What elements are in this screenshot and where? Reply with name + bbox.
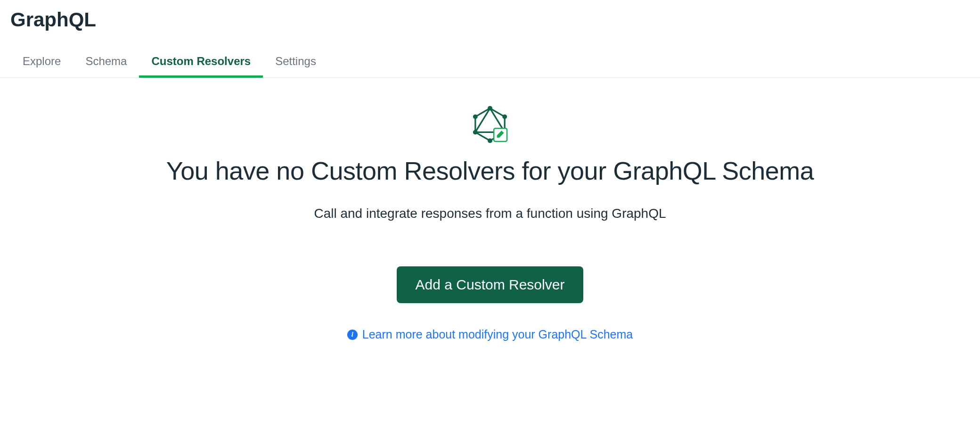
tab-settings[interactable]: Settings xyxy=(263,46,328,77)
empty-headline: You have no Custom Resolvers for your Gr… xyxy=(166,156,814,185)
info-icon: i xyxy=(347,330,358,340)
learn-more-row: i Learn more about modifying your GraphQ… xyxy=(347,328,633,341)
svg-point-7 xyxy=(488,139,492,143)
page-title: GraphQL xyxy=(0,0,980,35)
tab-explore[interactable]: Explore xyxy=(10,46,73,77)
tab-schema[interactable]: Schema xyxy=(73,46,139,77)
svg-point-4 xyxy=(488,106,492,111)
empty-state: You have no Custom Resolvers for your Gr… xyxy=(113,78,867,341)
add-custom-resolver-button[interactable]: Add a Custom Resolver xyxy=(397,266,584,303)
graphql-edit-icon xyxy=(471,105,509,146)
learn-more-link[interactable]: Learn more about modifying your GraphQL … xyxy=(362,328,633,341)
svg-point-9 xyxy=(473,115,478,119)
tabs-nav: Explore Schema Custom Resolvers Settings xyxy=(0,46,980,78)
tab-custom-resolvers[interactable]: Custom Resolvers xyxy=(139,46,263,77)
svg-point-8 xyxy=(473,130,478,134)
svg-point-5 xyxy=(502,115,507,119)
empty-subtext: Call and integrate responses from a func… xyxy=(314,206,666,221)
